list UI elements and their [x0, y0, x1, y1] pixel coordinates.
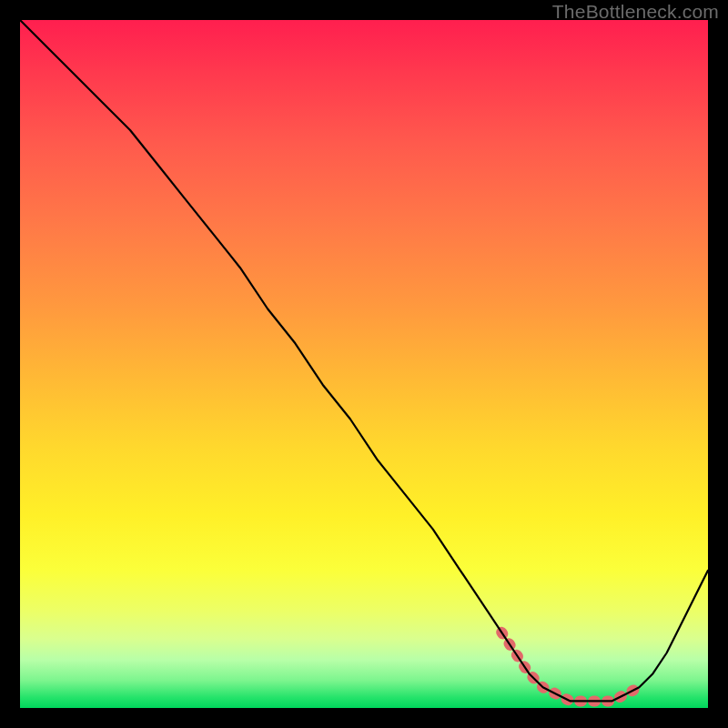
- chart-stage: TheBottleneck.com: [0, 0, 728, 728]
- curve-svg: [20, 20, 708, 708]
- plot-area: [20, 20, 708, 708]
- bottleneck-curve: [20, 20, 708, 701]
- highlight-segment: [501, 632, 639, 702]
